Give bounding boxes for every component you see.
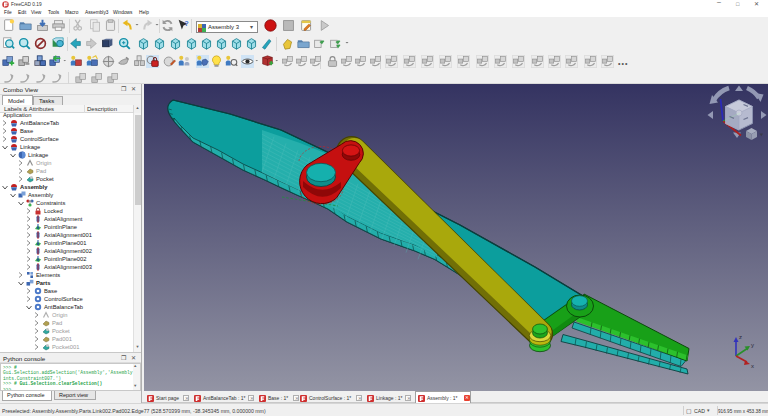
svg-text:x: x xyxy=(751,363,754,369)
svg-text:?: ? xyxy=(184,19,189,28)
svg-text:y: y xyxy=(751,342,754,348)
svg-text:z: z xyxy=(739,334,742,340)
